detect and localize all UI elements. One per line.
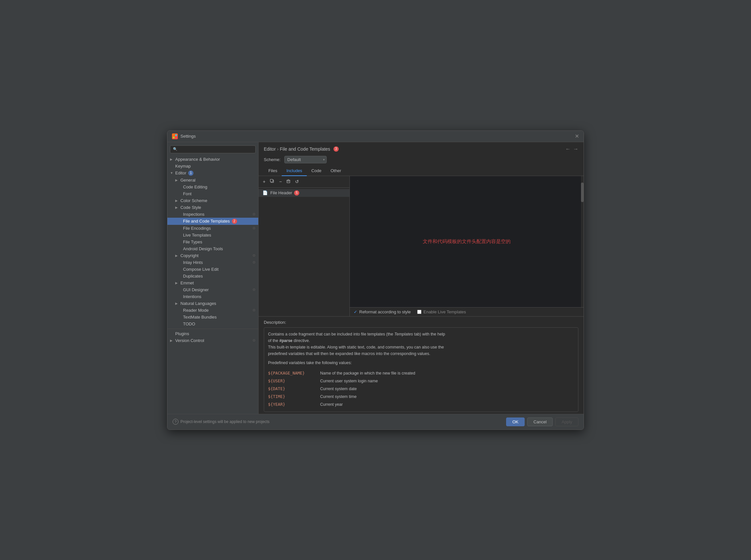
desc-para-3: This built-in template is editable. Alon…: [268, 344, 574, 351]
sidebar-item-label: Android Design Tools: [183, 246, 223, 251]
svg-rect-2: [173, 137, 175, 138]
file-item-file-header[interactable]: 📄 File Header 5: [258, 189, 349, 197]
sidebar-item-emmet[interactable]: ▶ Emmet: [167, 280, 258, 286]
tabs-row: Files Includes Code Other: [258, 166, 584, 176]
sidebar-item-todo[interactable]: TODO: [167, 321, 258, 327]
live-templates-checkbox-label[interactable]: Enable Live Templates: [417, 309, 466, 314]
editor-area[interactable]: 文件和代码模板的文件头配置内容是空的: [350, 176, 584, 307]
ok-button[interactable]: OK: [506, 418, 525, 426]
breadcrumb: Editor › File and Code Templates 3 ← →: [258, 142, 584, 155]
editor-panel: 文件和代码模板的文件头配置内容是空的 ✓ Reformat according …: [350, 176, 584, 316]
dialog-footer: ? Project-level settings will be applied…: [167, 414, 584, 429]
desc-text-6: predefined variables that will then be e…: [268, 352, 430, 356]
sidebar-item-code-style[interactable]: ▶ Code Style: [167, 204, 258, 211]
var-desc-3: Current system time: [320, 393, 574, 401]
sidebar-item-label: Color Scheme: [180, 198, 207, 203]
sidebar-item-inspections[interactable]: Inspections ⚙: [167, 211, 258, 218]
delete-button[interactable]: [285, 178, 292, 185]
sidebar-item-label: TODO: [183, 321, 195, 326]
scheme-row: Scheme: Default Project: [258, 155, 584, 166]
nav-forward-button[interactable]: →: [573, 146, 578, 152]
settings-dialog: Settings ✕ 🔍 ▶ Appearance & Behavior Key…: [167, 131, 584, 430]
desc-text-5: This built-in template is editable. Alon…: [268, 345, 444, 349]
sidebar-item-label: Code Editing: [183, 184, 207, 189]
sidebar-item-color-scheme[interactable]: ▶ Color Scheme: [167, 197, 258, 204]
sidebar-item-duplicates[interactable]: Duplicates: [167, 273, 258, 280]
table-row: ${DATE} Current system date: [268, 385, 574, 393]
tab-files[interactable]: Files: [264, 166, 282, 176]
sidebar-item-natural-languages[interactable]: ▶ Natural Languages: [167, 300, 258, 307]
sidebar-item-appearance[interactable]: ▶ Appearance & Behavior: [167, 156, 258, 163]
add-button[interactable]: +: [261, 178, 267, 185]
chevron-icon: ▶: [175, 199, 179, 202]
scheme-wrapper: Default Project: [284, 156, 327, 163]
search-input[interactable]: [179, 147, 253, 152]
sidebar-item-inlay-hints[interactable]: Inlay Hints ⚙: [167, 259, 258, 266]
var-desc-4: Current year: [320, 401, 574, 408]
sidebar-item-gui-designer[interactable]: GUI Designer ⚙: [167, 286, 258, 293]
tab-code[interactable]: Code: [307, 166, 326, 176]
var-name-0: ${PACKAGE_NAME}: [268, 369, 320, 377]
sidebar-item-label: Font: [183, 191, 192, 196]
reformat-checkbox-label[interactable]: ✓ Reformat according to style: [354, 309, 411, 314]
sidebar-item-file-encodings[interactable]: File Encodings ⚙: [167, 225, 258, 232]
sidebar-item-font[interactable]: Font: [167, 191, 258, 197]
var-name-4: ${YEAR}: [268, 401, 320, 408]
sidebar-item-intentions[interactable]: Intentions: [167, 293, 258, 300]
help-button[interactable]: ?: [173, 419, 178, 425]
sidebar-item-textmate-bundles[interactable]: TextMate Bundles: [167, 314, 258, 321]
sidebar-item-label: File Types: [183, 239, 202, 244]
sidebar-item-label: Inspections: [183, 212, 205, 217]
sidebar-item-copyright[interactable]: ▶ Copyright ⚙: [167, 252, 258, 259]
desc-text-1: Contains a code fragment that can be inc…: [268, 332, 394, 337]
sidebar-item-label: Reader Mode: [183, 308, 209, 313]
scrollbar-track[interactable]: [581, 176, 584, 307]
title-bar: Settings ✕: [167, 131, 584, 142]
sidebar-item-code-editing[interactable]: Code Editing: [167, 183, 258, 191]
file-list: 📄 File Header 5: [258, 188, 349, 316]
scheme-select[interactable]: Default Project: [284, 156, 327, 163]
var-name-3: ${TIME}: [268, 393, 320, 401]
help-icon: ?: [175, 420, 176, 424]
sidebar-item-reader-mode[interactable]: Reader Mode ⚙: [167, 307, 258, 314]
desc-predefined-title: Predefined variables take the following …: [268, 360, 574, 366]
sidebar-item-live-templates[interactable]: Live Templates: [167, 232, 258, 239]
breadcrumb-part-editor: Editor: [264, 146, 276, 152]
sidebar-item-label: Code Style: [180, 205, 201, 210]
file-header-icon: 📄: [263, 191, 268, 195]
tab-other[interactable]: Other: [326, 166, 346, 176]
app-icon: [172, 134, 178, 139]
sidebar-item-version-control[interactable]: ▶ Version Control ⚙: [167, 337, 258, 344]
desc-para-2: of the #parse directive.: [268, 337, 574, 344]
close-button[interactable]: ✕: [575, 134, 579, 139]
table-row: ${TIME} Current system time: [268, 393, 574, 401]
sidebar-item-file-and-code-templates[interactable]: File and Code Templates 2: [167, 218, 258, 225]
apply-button[interactable]: Apply: [555, 418, 578, 426]
search-box[interactable]: 🔍: [170, 145, 256, 153]
sidebar-item-compose-live-edit[interactable]: Compose Live Edit: [167, 266, 258, 273]
svg-rect-1: [175, 134, 177, 136]
desc-text-2: tab) with the help: [413, 332, 445, 337]
tab-includes[interactable]: Includes: [282, 166, 306, 176]
sidebar-item-file-types[interactable]: File Types: [167, 239, 258, 245]
svg-rect-0: [173, 134, 175, 136]
reset-button[interactable]: ↺: [293, 178, 301, 185]
sidebar-item-general[interactable]: ▶ General: [167, 177, 258, 183]
remove-button[interactable]: −: [277, 178, 283, 185]
main-content: Editor › File and Code Templates 3 ← → S…: [258, 142, 584, 414]
nav-back-button[interactable]: ←: [565, 146, 571, 152]
scrollbar-thumb[interactable]: [581, 183, 584, 202]
sidebar-item-plugins[interactable]: Plugins: [167, 330, 258, 337]
sidebar-item-editor[interactable]: ▼ Editor 1: [167, 169, 258, 177]
copy-button[interactable]: [268, 178, 276, 185]
svg-rect-6: [287, 180, 290, 183]
sidebar-item-keymap[interactable]: Keymap: [167, 163, 258, 169]
chevron-icon: ▼: [170, 171, 174, 175]
sidebar-item-label: Appearance & Behavior: [175, 157, 220, 162]
search-icon: 🔍: [173, 147, 177, 151]
sidebar-item-label: Emmet: [180, 280, 194, 285]
sidebar-item-android-design-tools[interactable]: Android Design Tools: [167, 245, 258, 252]
dialog-body: 🔍 ▶ Appearance & Behavior Keymap ▼ Edito…: [167, 142, 584, 414]
live-templates-checkbox[interactable]: [417, 310, 421, 314]
cancel-button[interactable]: Cancel: [527, 418, 553, 426]
